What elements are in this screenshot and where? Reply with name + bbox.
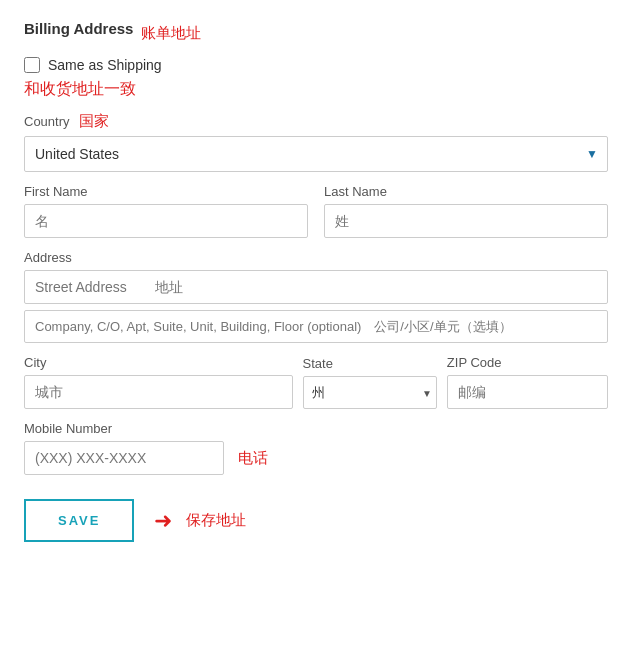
zip-label: ZIP Code — [447, 355, 608, 370]
save-arrow-icon: ➜ — [154, 508, 172, 534]
state-select-wrapper: 州 AL AK CA NY TX ▼ — [303, 376, 437, 409]
last-name-label: Last Name — [324, 184, 608, 199]
name-row: First Name Last Name — [24, 172, 608, 238]
street-address-wrapper — [24, 270, 608, 304]
same-as-shipping-checkbox[interactable] — [24, 57, 40, 73]
city-state-zip-row: City State 州 AL AK CA NY TX ▼ ZIP Code — [24, 343, 608, 409]
street-address-input[interactable] — [24, 270, 608, 304]
mobile-label: Mobile Number — [24, 421, 608, 436]
country-wrapper: United States Canada United Kingdom Aust… — [24, 136, 608, 172]
state-select[interactable]: 州 AL AK CA NY TX — [303, 376, 437, 409]
country-select[interactable]: United States Canada United Kingdom Aust… — [24, 136, 608, 172]
mobile-annotation: 电话 — [238, 449, 268, 468]
same-as-shipping-label: Same as Shipping — [48, 57, 162, 73]
billing-address-title: Billing Address — [24, 20, 133, 37]
apt-address-wrapper — [24, 310, 608, 343]
billing-address-annotation: 账单地址 — [141, 24, 201, 43]
same-as-shipping-annotation: 和收货地址一致 — [24, 79, 608, 100]
zip-input[interactable] — [447, 375, 608, 409]
city-input[interactable] — [24, 375, 293, 409]
first-name-input[interactable] — [24, 204, 308, 238]
save-row: SAVE ➜ 保存地址 — [24, 499, 608, 542]
save-annotation-wrapper: ➜ 保存地址 — [154, 508, 246, 534]
country-label: Country 国家 — [24, 112, 608, 131]
apt-address-input[interactable] — [24, 310, 608, 343]
save-annotation: 保存地址 — [186, 511, 246, 530]
save-button[interactable]: SAVE — [24, 499, 134, 542]
last-name-input[interactable] — [324, 204, 608, 238]
city-label: City — [24, 355, 293, 370]
first-name-label: First Name — [24, 184, 308, 199]
mobile-input[interactable] — [24, 441, 224, 475]
same-as-shipping-row: Same as Shipping — [24, 57, 608, 73]
address-label: Address — [24, 250, 608, 265]
state-label: State — [303, 356, 437, 371]
country-annotation: 国家 — [79, 112, 109, 129]
mobile-row: 电话 — [24, 441, 608, 475]
